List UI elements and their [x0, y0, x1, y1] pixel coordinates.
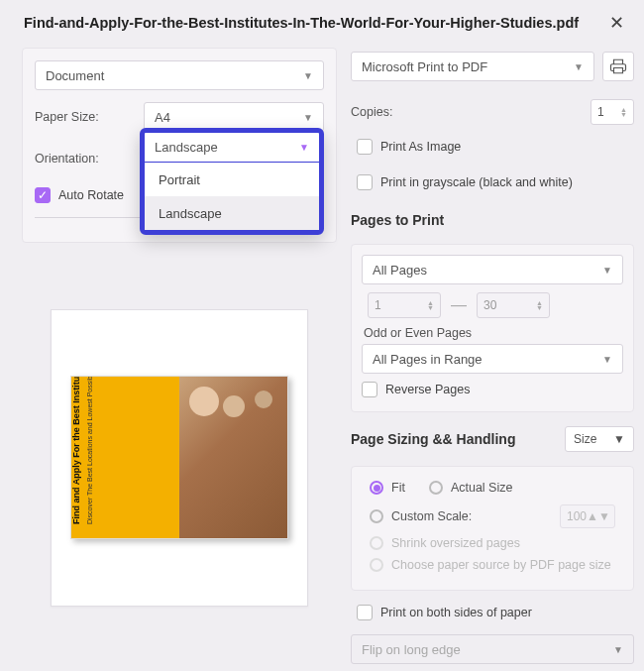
- auto-rotate-label: Auto Rotate: [58, 188, 124, 202]
- sizing-mode-value: Size: [574, 432, 596, 446]
- custom-scale-input: 100 ▲▼: [560, 504, 615, 528]
- preview-cover-subtitle: Discover The Best Locations and Lowest P…: [86, 376, 93, 524]
- range-to-value: 30: [483, 298, 496, 312]
- custom-scale-label: Custom Scale:: [391, 509, 472, 523]
- close-icon[interactable]: ✕: [603, 8, 630, 38]
- fit-label: Fit: [391, 481, 405, 495]
- titlebar: Find-and-Apply-For-the-Best-Institutes-I…: [0, 0, 644, 48]
- orientation-select[interactable]: Landscape ▼: [145, 133, 319, 163]
- paper-size-label: Paper Size:: [35, 110, 144, 124]
- dialog-title: Find-and-Apply-For-the-Best-Institutes-I…: [24, 15, 603, 31]
- print-mode-value: Document: [46, 68, 104, 83]
- orientation-dropdown: Landscape ▼ Portrait Landscape: [140, 128, 324, 235]
- checkbox-icon: [357, 174, 373, 190]
- orientation-option-landscape[interactable]: Landscape: [145, 196, 319, 230]
- chevron-down-icon: ▼: [303, 70, 313, 81]
- printer-value: Microsoft Print to PDF: [362, 59, 487, 74]
- grayscale-checkbox[interactable]: Print in grayscale (black and white): [357, 174, 628, 190]
- preview-area: Find and Apply For the Best Institutes I…: [22, 243, 337, 671]
- orientation-value: Landscape: [155, 140, 218, 155]
- actual-size-label: Actual Size: [451, 481, 513, 495]
- chevron-down-icon: ▼: [303, 112, 313, 123]
- page-setup-card: Document ▼ Paper Size: A4 ▼ Orientation:: [22, 48, 337, 243]
- preview-page: Find and Apply For the Best Institutes I…: [70, 376, 288, 539]
- range-to-input[interactable]: 30 ▲▼: [477, 292, 550, 318]
- flip-value: Flip on long edge: [362, 642, 461, 657]
- shrink-radio: Shrink oversized pages: [370, 536, 615, 550]
- odd-even-value: All Pages in Range: [373, 352, 483, 367]
- chevron-down-icon: ▼: [299, 142, 309, 153]
- chevron-down-icon: ▼: [574, 61, 584, 72]
- spinner-icon: ▲▼: [620, 107, 627, 117]
- checkbox-icon: [362, 382, 377, 397]
- both-sides-checkbox[interactable]: Print on both sides of paper: [357, 605, 628, 620]
- paper-source-radio: Choose paper source by PDF page size: [370, 558, 615, 572]
- checkbox-icon: [357, 605, 373, 620]
- reverse-pages-label: Reverse Pages: [385, 383, 470, 396]
- chevron-down-icon: ▼: [613, 432, 625, 446]
- paper-size-value: A4: [155, 110, 170, 125]
- sizing-card: Fit Actual Size Custom Scale: 100 ▲▼ Shr…: [351, 466, 634, 591]
- odd-even-select[interactable]: All Pages in Range ▼: [362, 344, 623, 374]
- checkbox-icon: [357, 139, 373, 155]
- preview-cover-photo: [179, 377, 287, 538]
- shrink-label: Shrink oversized pages: [391, 536, 520, 550]
- pages-to-print-card: All Pages ▼ 1 ▲▼ — 30 ▲▼ Odd or Even Pag…: [351, 244, 634, 412]
- spinner-icon: ▲▼: [427, 300, 434, 310]
- chevron-down-icon: ▼: [602, 265, 612, 276]
- print-as-image-label: Print As Image: [380, 140, 461, 154]
- pages-mode-value: All Pages: [373, 263, 427, 278]
- paper-source-label: Choose paper source by PDF page size: [391, 558, 611, 572]
- spinner-icon: ▲▼: [536, 300, 543, 310]
- printer-select[interactable]: Microsoft Print to PDF ▼: [351, 52, 594, 81]
- orientation-label: Orientation:: [35, 152, 144, 166]
- orientation-option-portrait[interactable]: Portrait: [145, 163, 319, 196]
- preview-cover-title: Find and Apply For the Best Institutes I…: [71, 376, 81, 524]
- chevron-down-icon: ▼: [613, 644, 623, 655]
- printer-properties-button[interactable]: [602, 52, 634, 81]
- range-from-input[interactable]: 1 ▲▼: [368, 292, 441, 318]
- range-dash: —: [451, 296, 467, 314]
- grayscale-label: Print in grayscale (black and white): [380, 175, 573, 189]
- custom-scale-value: 100: [567, 509, 587, 523]
- chevron-down-icon: ▼: [602, 354, 612, 365]
- copies-input[interactable]: 1 ▲▼: [590, 99, 634, 125]
- print-dialog: Find-and-Apply-For-the-Best-Institutes-I…: [0, 0, 644, 671]
- preview-canvas: Find and Apply For the Best Institutes I…: [51, 309, 308, 607]
- flip-select: Flip on long edge ▼: [351, 634, 634, 664]
- odd-even-label: Odd or Even Pages: [364, 326, 621, 340]
- sizing-title: Page Sizing && Handling: [351, 431, 515, 447]
- spinner-icon: ▲▼: [587, 509, 610, 523]
- auto-rotate-checkbox[interactable]: ✓ Auto Rotate: [35, 187, 124, 203]
- copies-value: 1: [597, 105, 604, 119]
- print-as-image-checkbox[interactable]: Print As Image: [357, 139, 628, 155]
- both-sides-label: Print on both sides of paper: [380, 606, 532, 619]
- pages-mode-select[interactable]: All Pages ▼: [362, 255, 623, 284]
- check-icon: ✓: [35, 187, 51, 203]
- sizing-mode-select[interactable]: Size ▼: [565, 426, 634, 452]
- fit-radio[interactable]: Fit: [370, 481, 405, 495]
- reverse-pages-checkbox[interactable]: Reverse Pages: [362, 382, 470, 397]
- printer-icon: [609, 57, 627, 75]
- copies-label: Copies:: [351, 105, 392, 119]
- custom-scale-radio[interactable]: Custom Scale:: [370, 509, 472, 523]
- actual-size-radio[interactable]: Actual Size: [429, 481, 513, 495]
- print-mode-select[interactable]: Document ▼: [35, 60, 324, 90]
- pages-to-print-title: Pages to Print: [351, 212, 634, 228]
- range-from-value: 1: [375, 298, 381, 312]
